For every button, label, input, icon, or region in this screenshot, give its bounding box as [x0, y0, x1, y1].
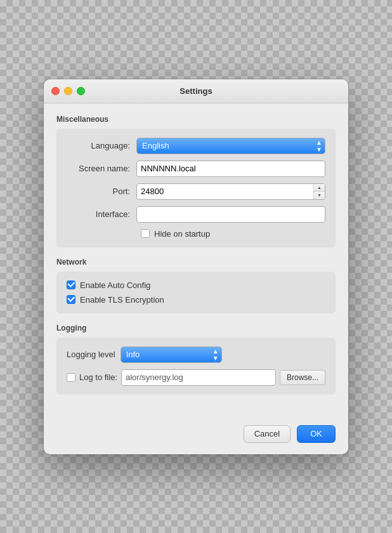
traffic-lights — [51, 87, 85, 95]
port-stepper-wrapper: ▲ ▼ — [136, 183, 325, 200]
network-title: Network — [56, 258, 336, 266]
log-to-file-row: Log to file: Browse... — [67, 369, 325, 386]
minimize-button[interactable] — [64, 87, 72, 95]
port-decrement-button[interactable]: ▼ — [314, 192, 325, 199]
settings-window: Settings Miscellaneous Language: English… — [44, 79, 348, 454]
port-input[interactable] — [136, 183, 325, 200]
interface-control — [136, 206, 325, 223]
log-to-file-checkbox[interactable] — [67, 373, 75, 382]
hide-startup-label: Hide on startup — [154, 229, 210, 239]
interface-input[interactable] — [136, 206, 325, 223]
log-file-path-input[interactable] — [121, 369, 276, 386]
log-to-file-label: Log to file: — [79, 372, 117, 382]
language-select[interactable]: English French German Spanish — [136, 138, 325, 154]
miscellaneous-section: Miscellaneous Language: English French G… — [56, 115, 336, 247]
logging-level-row: Logging level Debug Info Warning Error F… — [67, 346, 325, 363]
language-select-wrapper: English French German Spanish ▲ ▼ — [136, 138, 325, 154]
port-stepper-buttons: ▲ ▼ — [313, 184, 325, 199]
window-title: Settings — [180, 86, 212, 96]
port-increment-button[interactable]: ▲ — [314, 184, 325, 192]
network-section: Network Enable Auto Config Enable TLS En… — [56, 258, 336, 313]
maximize-button[interactable] — [77, 87, 85, 95]
auto-config-row: Enable Auto Config — [67, 280, 325, 290]
miscellaneous-box: Language: English French German Spanish … — [56, 129, 336, 247]
tls-row: Enable TLS Encryption — [67, 295, 325, 305]
content: Miscellaneous Language: English French G… — [44, 103, 348, 418]
close-button[interactable] — [51, 87, 60, 95]
screen-name-control — [136, 161, 325, 177]
screen-name-row: Screen name: — [67, 161, 325, 177]
footer: Cancel OK — [44, 418, 348, 454]
logging-level-wrapper: Debug Info Warning Error Fatal ▲ ▼ — [121, 346, 222, 363]
logging-level-select[interactable]: Debug Info Warning Error Fatal — [121, 346, 222, 363]
hide-startup-row: Hide on startup — [67, 229, 325, 239]
language-control: English French German Spanish ▲ ▼ — [136, 138, 325, 154]
port-label: Port: — [67, 187, 136, 196]
auto-config-checkbox[interactable] — [67, 280, 75, 289]
interface-label: Interface: — [67, 209, 136, 219]
logging-title: Logging — [56, 324, 336, 332]
port-control: ▲ ▼ — [136, 183, 325, 200]
logging-box: Logging level Debug Info Warning Error F… — [56, 338, 336, 395]
language-label: Language: — [67, 141, 136, 150]
auto-config-label: Enable Auto Config — [80, 280, 150, 290]
tls-label: Enable TLS Encryption — [80, 295, 164, 305]
logging-level-label: Logging level — [67, 350, 115, 359]
interface-row: Interface: — [67, 206, 325, 223]
browse-button[interactable]: Browse... — [280, 370, 325, 385]
screen-name-label: Screen name: — [67, 164, 136, 173]
hide-startup-checkbox[interactable] — [141, 229, 150, 238]
cancel-button[interactable]: Cancel — [244, 425, 291, 443]
tls-checkbox[interactable] — [67, 295, 75, 304]
language-row: Language: English French German Spanish … — [67, 138, 325, 154]
miscellaneous-title: Miscellaneous — [56, 115, 336, 124]
screen-name-input[interactable] — [136, 161, 325, 177]
port-row: Port: ▲ ▼ — [67, 183, 325, 200]
ok-button[interactable]: OK — [297, 425, 336, 443]
logging-section: Logging Logging level Debug Info Warning… — [56, 324, 336, 395]
network-box: Enable Auto Config Enable TLS Encryption — [56, 272, 336, 313]
titlebar: Settings — [44, 79, 348, 103]
